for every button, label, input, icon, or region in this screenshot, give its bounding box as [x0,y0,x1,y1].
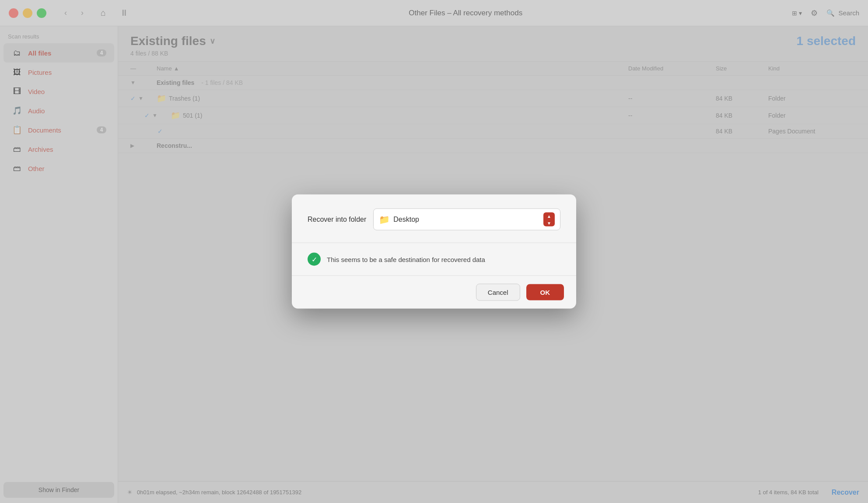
safe-text: This seems to be a safe destination for … [327,255,485,263]
dialog-body: Recover into folder 📁 Desktop ▲ ▼ [292,195,576,231]
folder-selector[interactable]: 📁 Desktop ▲ ▼ [373,209,560,231]
spinner-down[interactable]: ▼ [543,220,555,227]
cancel-button[interactable]: Cancel [476,284,520,301]
spinner-control[interactable]: ▲ ▼ [543,213,555,227]
folder-selector-name: Desktop [393,216,540,224]
folder-selector-icon: 📁 [379,214,390,225]
dialog-footer: Cancel OK [292,276,576,309]
recover-into-label: Recover into folder [308,216,366,224]
recover-dialog: Recover into folder 📁 Desktop ▲ ▼ ✓ This… [292,195,576,309]
dialog-info: ✓ This seems to be a safe destination fo… [292,243,576,276]
ok-button[interactable]: OK [526,284,564,300]
folder-selector-row: Recover into folder 📁 Desktop ▲ ▼ [308,209,560,231]
safe-icon: ✓ [308,253,321,266]
spinner-up[interactable]: ▲ [543,213,555,220]
